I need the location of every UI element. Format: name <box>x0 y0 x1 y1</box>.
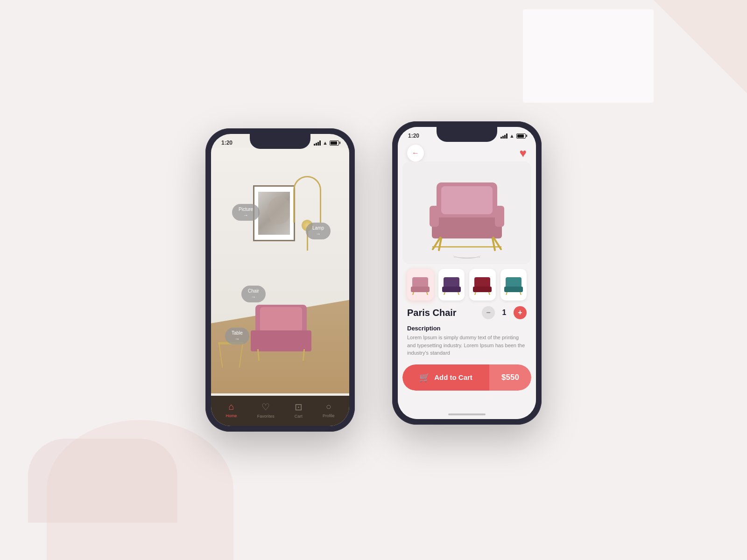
phone1-wifi-icon: ▲ <box>323 140 328 146</box>
bg-decoration-triangle <box>654 0 747 93</box>
quantity-control: − 1 + <box>482 306 527 319</box>
ar-tag-chair-arrow: → <box>251 294 256 300</box>
room-lamp <box>293 176 321 251</box>
svg-line-12 <box>413 292 414 295</box>
phone2-notch <box>437 127 497 142</box>
nav-cart[interactable]: ⊡ Cart <box>295 401 303 419</box>
color-swatch-pink[interactable] <box>407 269 434 301</box>
phone2-time: 1:20 <box>408 133 419 139</box>
svg-line-16 <box>444 292 445 295</box>
home-icon: ⌂ <box>229 401 234 412</box>
nav-cart-label: Cart <box>295 414 303 419</box>
add-to-cart-label: Add to Cart <box>434 373 472 381</box>
product-info-row: Paris Chair − 1 + <box>398 301 536 323</box>
chair-body <box>248 305 314 361</box>
svg-line-13 <box>427 292 428 295</box>
ar-tag-picture[interactable]: Picture → <box>232 204 260 221</box>
profile-icon: ○ <box>326 401 331 412</box>
signal-bar-4 <box>506 133 507 139</box>
product-detail-screen: ← ♥ <box>398 141 536 419</box>
price-button[interactable]: $550 <box>489 364 531 391</box>
favorites-icon: ♡ <box>261 401 270 413</box>
swatch-chair-pink <box>410 274 430 295</box>
quantity-decrease-button[interactable]: − <box>482 306 495 319</box>
battery-fill-2 <box>517 134 524 138</box>
nav-home-label: Home <box>226 413 237 418</box>
nav-favorites-label: Favorites <box>257 414 275 419</box>
svg-rect-2 <box>432 217 502 238</box>
ar-tag-picture-arrow: → <box>243 212 248 218</box>
phone2-battery <box>516 133 526 139</box>
bg-decoration-top <box>523 9 654 103</box>
svg-line-17 <box>458 292 459 295</box>
nav-profile[interactable]: ○ Profile <box>323 401 335 418</box>
chair-leg-right <box>303 349 305 361</box>
phone2-wifi-icon: ▲ <box>509 133 514 139</box>
nav-profile-label: Profile <box>323 413 335 418</box>
color-swatch-red[interactable] <box>469 269 496 301</box>
ar-tag-table-label: Table <box>232 330 243 336</box>
cart-icon: ⊡ <box>295 401 303 413</box>
svg-rect-1 <box>441 186 493 214</box>
color-swatch-purple[interactable] <box>438 269 465 301</box>
svg-line-24 <box>506 292 507 295</box>
signal-bar-1 <box>314 144 315 146</box>
ar-tag-lamp[interactable]: Lamp → <box>306 223 331 239</box>
nav-favorites[interactable]: ♡ Favorites <box>257 401 275 419</box>
swatch-chair-red <box>472 274 493 295</box>
favorite-button[interactable]: ♥ <box>520 146 527 161</box>
ar-room-scene: Picture → Lamp → Chair → Table → <box>211 148 349 426</box>
phone2-signal <box>500 133 507 139</box>
svg-rect-11 <box>411 287 430 292</box>
signal-bar-2 <box>316 143 317 146</box>
lamp-arc <box>293 176 321 223</box>
product-chair-image <box>423 173 511 252</box>
ar-tag-chair[interactable]: Chair → <box>241 286 266 302</box>
phone1-notch <box>250 134 310 149</box>
quantity-value: 1 <box>500 308 509 317</box>
phone1-signal <box>314 140 321 146</box>
svg-rect-14 <box>444 277 459 287</box>
back-button[interactable]: ← <box>407 145 424 161</box>
add-to-cart-button[interactable]: 🛒 Add to Cart <box>402 364 489 391</box>
nav-home[interactable]: ⌂ Home <box>226 401 237 418</box>
phone2-screen: 1:20 ▲ <box>398 127 536 419</box>
svg-rect-15 <box>442 287 461 292</box>
product-image-area: ← → <box>402 161 531 264</box>
svg-rect-3 <box>430 206 439 227</box>
svg-line-25 <box>520 292 521 295</box>
signal-bar-3 <box>317 142 319 146</box>
svg-rect-19 <box>473 287 492 292</box>
svg-line-21 <box>489 292 490 295</box>
room-chair <box>239 305 323 379</box>
battery-tip <box>339 142 340 144</box>
cart-icon: 🛒 <box>419 372 430 383</box>
ar-tag-table[interactable]: Table → <box>225 328 249 344</box>
description-section: Description Lorem Ipsum is simply dummy … <box>398 323 536 361</box>
signal-bar-4 <box>319 140 321 146</box>
phone2-status-icons: ▲ <box>500 133 526 139</box>
ar-tag-lamp-arrow: → <box>316 231 321 237</box>
bg-chair-shadow <box>47 420 233 560</box>
swatch-chair-purple <box>441 274 462 295</box>
phone1-status-icons: ▲ <box>314 140 339 146</box>
description-title: Description <box>407 325 527 332</box>
battery-fill <box>331 141 337 145</box>
ar-tag-chair-label: Chair <box>248 288 259 294</box>
phone1-screen: 1:20 ▲ <box>211 134 349 426</box>
quantity-increase-button[interactable]: + <box>514 306 527 319</box>
signal-bar-2 <box>502 136 504 139</box>
ar-tag-lamp-label: Lamp <box>312 225 324 231</box>
description-text: Lorem Ipsum is simply dummy text of the … <box>407 334 527 357</box>
chair-pillow <box>260 307 302 333</box>
swatch-chair-teal <box>503 274 524 295</box>
battery-tip-2 <box>526 135 527 137</box>
svg-rect-4 <box>495 206 504 227</box>
chair-seat <box>251 330 311 351</box>
phone-product-screen: 1:20 ▲ <box>392 121 542 425</box>
phone1-battery <box>330 140 339 146</box>
signal-bar-3 <box>504 135 506 139</box>
svg-rect-18 <box>474 277 490 287</box>
color-swatch-teal[interactable] <box>500 269 527 301</box>
picture-art <box>258 192 289 234</box>
